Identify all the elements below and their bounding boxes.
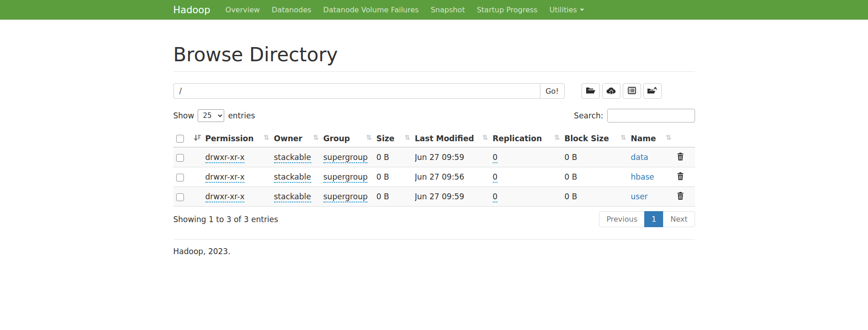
nav-item-startup-progress[interactable]: Startup Progress	[471, 0, 544, 20]
replication-cell[interactable]: 0	[493, 153, 498, 163]
delete-button[interactable]	[676, 171, 685, 182]
column-header-size[interactable]: Size ⇅	[377, 130, 415, 147]
row-checkbox[interactable]	[176, 193, 184, 201]
column-header-replication[interactable]: Replication ⇅	[493, 130, 565, 147]
column-label: Permission	[205, 134, 254, 143]
column-label: Name	[631, 134, 656, 143]
group-cell[interactable]: supergroup	[323, 172, 368, 183]
block-size-cell: 0 B	[565, 192, 577, 201]
divider	[173, 71, 695, 72]
table-row: drwxr-xr-x stackable supergroup 0 B Jun …	[173, 187, 695, 207]
last-modified-cell: Jun 27 09:59	[415, 153, 464, 162]
column-label: Block Size	[565, 134, 609, 143]
row-checkbox[interactable]	[176, 174, 184, 181]
permission-cell[interactable]: drwxr-xr-x	[205, 172, 245, 183]
directory-link[interactable]: data	[631, 153, 648, 162]
sort-both-icon: ⇅	[264, 133, 270, 142]
sort-amount-icon	[194, 134, 201, 143]
last-modified-cell: Jun 27 09:59	[415, 192, 464, 201]
search-control: Search:	[574, 109, 695, 122]
chevron-down-icon	[580, 9, 584, 11]
search-label: Search:	[574, 111, 603, 120]
table-row: drwxr-xr-x stackable supergroup 0 B Jun …	[173, 167, 695, 187]
sort-both-icon: ⇅	[666, 133, 672, 142]
owner-cell[interactable]: stackable	[274, 192, 311, 202]
column-header-name[interactable]: Name ⇅	[631, 130, 676, 147]
trash-icon	[677, 175, 684, 181]
utilities-label: Utilities	[550, 5, 577, 14]
top-navbar: Hadoop Overview Datanodes Datanode Volum…	[0, 0, 868, 20]
group-cell[interactable]: supergroup	[323, 153, 368, 163]
delete-button[interactable]	[676, 152, 685, 163]
pagination-page-1[interactable]: 1	[644, 211, 663, 227]
sort-both-icon: ⇅	[554, 133, 560, 142]
column-header-permission[interactable]: Permission ⇅	[205, 130, 274, 147]
move-button[interactable]	[643, 83, 662, 99]
trash-icon	[677, 155, 684, 162]
column-header-block-size[interactable]: Block Size ⇅	[565, 130, 631, 147]
entries-label: entries	[228, 111, 255, 120]
column-label: Last Modified	[415, 134, 474, 143]
search-input[interactable]	[607, 109, 695, 122]
replication-cell[interactable]: 0	[493, 172, 498, 183]
page-size-select[interactable]: 25	[198, 109, 224, 122]
size-cell: 0 B	[377, 192, 389, 201]
sort-both-icon: ⇅	[313, 133, 319, 142]
open-folder-icon	[586, 86, 596, 96]
list-icon	[628, 87, 636, 96]
size-cell: 0 B	[377, 172, 389, 181]
column-header-last-modified[interactable]: Last Modified ⇅	[415, 130, 493, 147]
brand-hadoop[interactable]: Hadoop	[173, 5, 210, 16]
nav-links: Overview Datanodes Datanode Volume Failu…	[220, 0, 590, 20]
column-header-actions	[676, 130, 695, 147]
directory-link[interactable]: hbase	[631, 172, 654, 181]
nav-item-utilities[interactable]: Utilities	[544, 0, 590, 20]
permission-cell[interactable]: drwxr-xr-x	[205, 192, 245, 202]
table-footer: Showing 1 to 3 of 3 entries Previous 1 N…	[173, 211, 695, 227]
column-header-group[interactable]: Group ⇅	[323, 130, 377, 147]
directory-path-input[interactable]	[173, 83, 540, 99]
nav-item-snapshot[interactable]: Snapshot	[425, 0, 471, 20]
last-modified-cell: Jun 27 09:56	[415, 172, 464, 181]
create-directory-button[interactable]	[582, 83, 600, 99]
group-cell[interactable]: supergroup	[323, 192, 368, 202]
pagination-previous[interactable]: Previous	[599, 211, 645, 227]
page-title: Browse Directory	[173, 43, 695, 66]
sort-both-icon: ⇅	[620, 133, 626, 142]
directory-link[interactable]: user	[631, 192, 648, 201]
path-toolbar: Go!	[173, 83, 695, 99]
column-label: Replication	[493, 134, 542, 143]
directory-table: Permission ⇅ Owner ⇅ Group ⇅ Size ⇅ Last…	[173, 130, 695, 207]
sort-both-icon: ⇅	[482, 133, 488, 142]
replication-cell[interactable]: 0	[493, 192, 498, 202]
nav-item-datanode-volume-failures[interactable]: Datanode Volume Failures	[317, 0, 425, 20]
owner-cell[interactable]: stackable	[274, 153, 311, 163]
row-checkbox[interactable]	[176, 154, 184, 162]
delete-button[interactable]	[676, 191, 685, 202]
path-input-group: Go!	[173, 83, 565, 99]
footer-text: Hadoop, 2023.	[173, 247, 695, 274]
upload-files-button[interactable]	[602, 83, 620, 99]
block-size-cell: 0 B	[565, 153, 577, 162]
nav-item-overview[interactable]: Overview	[220, 0, 266, 20]
cut-paste-button[interactable]	[623, 83, 641, 99]
column-header-owner[interactable]: Owner ⇅	[274, 130, 323, 147]
show-entries-control: Show 25 entries	[173, 109, 255, 122]
block-size-cell: 0 B	[565, 172, 577, 181]
cloud-upload-icon	[606, 87, 616, 96]
owner-cell[interactable]: stackable	[274, 172, 311, 183]
size-cell: 0 B	[377, 153, 389, 162]
select-all-checkbox[interactable]	[176, 135, 184, 143]
footer-divider	[173, 239, 695, 240]
go-button[interactable]: Go!	[540, 83, 565, 99]
folder-arrow-icon	[647, 86, 658, 96]
column-label: Size	[377, 134, 395, 143]
sort-both-icon: ⇅	[404, 133, 410, 142]
trash-icon	[677, 194, 684, 201]
nav-item-datanodes[interactable]: Datanodes	[266, 0, 317, 20]
file-action-buttons	[582, 83, 662, 99]
permission-cell[interactable]: drwxr-xr-x	[205, 153, 245, 163]
table-controls: Show 25 entries Search:	[173, 109, 695, 122]
select-all-header[interactable]	[173, 130, 205, 147]
pagination-next[interactable]: Next	[663, 211, 695, 227]
